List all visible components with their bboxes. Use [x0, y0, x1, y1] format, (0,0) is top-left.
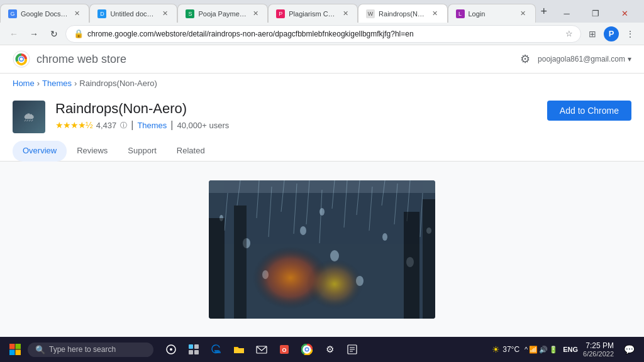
back-button[interactable]: ←: [5, 25, 23, 43]
tab-close-4[interactable]: ✕: [341, 9, 350, 18]
tab-payment-sheet[interactable]: S Pooja Payment Sheet... ✕: [177, 4, 268, 23]
svg-rect-36: [423, 199, 435, 319]
tab-overview[interactable]: Overview: [13, 141, 67, 162]
taskbar-search-icon: 🔍: [35, 345, 45, 354]
add-to-chrome-button[interactable]: Add to Chrome: [547, 101, 631, 121]
taskbar-app-icons: O ⚙: [161, 339, 362, 359]
rating-count: 4,437: [96, 121, 117, 130]
bookmark-icon[interactable]: ☆: [565, 29, 573, 38]
url-text: chrome.google.com/webstore/detail/raindr…: [87, 30, 562, 38]
menu-icon[interactable]: ⋮: [621, 25, 639, 43]
url-bar[interactable]: 🔒 chrome.google.com/webstore/detail/rain…: [65, 25, 581, 43]
forward-button[interactable]: →: [25, 25, 43, 43]
chrome-button[interactable]: [297, 339, 317, 359]
tab-close-6[interactable]: ✕: [519, 9, 528, 18]
tab-favicon-1: G: [8, 9, 17, 18]
tab-reviews[interactable]: Reviews: [67, 141, 118, 162]
category-link[interactable]: Themes: [137, 121, 167, 130]
tab-close-1[interactable]: ✕: [72, 9, 81, 18]
minimize-button[interactable]: ─: [552, 4, 581, 23]
store-header-right: ⚙ poojagola861@gmail.com ▾: [520, 52, 631, 66]
page-content: chrome web store ⚙ poojagola861@gmail.co…: [0, 45, 644, 337]
svg-rect-39: [16, 344, 21, 349]
tab-login[interactable]: L Login ✕: [448, 4, 536, 23]
file-explorer-button[interactable]: [229, 339, 249, 359]
language-indicator[interactable]: ENG: [563, 346, 578, 353]
tab-plagiarism[interactable]: P Plagiarism Checker - ... ✕: [268, 4, 358, 23]
tab-close-3[interactable]: ✕: [251, 9, 260, 18]
meta-separator: |: [131, 119, 133, 131]
extension-name: Raindrops(Non-Aero): [55, 101, 537, 117]
taskview-icon: [165, 344, 177, 355]
new-tab-button[interactable]: +: [536, 5, 553, 18]
widgets-button[interactable]: [184, 339, 204, 359]
dropdown-icon: ▾: [628, 55, 631, 63]
breadcrumb-home[interactable]: Home: [13, 79, 35, 88]
svg-rect-41: [16, 350, 21, 356]
tab-raindrops[interactable]: W Raindrops(Non-Aero)... ✕: [358, 4, 447, 23]
tab-bar: G Google Docs: Online ... ✕ D Untitled d…: [0, 0, 644, 23]
extension-tabs: Overview Reviews Support Related: [0, 141, 644, 162]
window-controls: ─ ❐ ✕: [552, 4, 644, 23]
user-count: 40,000+ users: [177, 121, 230, 130]
chrome-taskbar-icon: [301, 344, 313, 355]
folder-icon: [233, 344, 245, 355]
user-email[interactable]: poojagola861@gmail.com ▾: [538, 55, 631, 63]
time-display: 7:25 PM: [583, 341, 614, 350]
tab-label-6: Login: [469, 10, 515, 18]
taskbar-right: ☀ 37°C ^ 📶 🔊 🔋 ENG 7:25 PM 6/26/2022 💬: [492, 339, 639, 359]
edge-browser-button[interactable]: [206, 339, 226, 359]
office-icon: O: [279, 344, 290, 355]
windows-logo: [9, 343, 21, 356]
breadcrumb-current: Raindrops(Non-Aero): [79, 79, 157, 88]
svg-rect-46: [189, 350, 193, 354]
maximize-button[interactable]: ❐: [581, 4, 610, 23]
tray-expand[interactable]: ^: [525, 346, 528, 353]
tab-close-2[interactable]: ✕: [160, 9, 169, 18]
breadcrumb-sep-2: ›: [74, 79, 77, 88]
svg-rect-48: [234, 348, 244, 353]
tab-related[interactable]: Related: [167, 141, 215, 162]
settings-taskbar-button[interactable]: ⚙: [319, 339, 340, 359]
tab-google-docs[interactable]: G Google Docs: Online ... ✕: [0, 4, 89, 23]
tab-close-5[interactable]: ✕: [431, 9, 440, 18]
svg-rect-40: [9, 350, 15, 356]
network-icon: 📶: [529, 346, 538, 354]
start-button[interactable]: [5, 339, 25, 359]
tab-support[interactable]: Support: [118, 141, 167, 162]
profile-icon-btn[interactable]: P: [602, 25, 620, 43]
chrome-store-icon: [13, 50, 30, 68]
svg-rect-45: [194, 344, 199, 349]
clock[interactable]: 7:25 PM 6/26/2022: [583, 341, 614, 358]
extension-info: Raindrops(Non-Aero) ★★★★½ 4,437 ⓘ | Them…: [55, 101, 537, 131]
svg-rect-33: [209, 218, 225, 319]
weather-widget[interactable]: ☀ 37°C: [492, 344, 519, 354]
extensions-icon[interactable]: ⊞: [584, 25, 601, 43]
url-action-icons: ☆: [565, 29, 573, 38]
settings-icon[interactable]: ⚙: [520, 52, 530, 66]
mail-button[interactable]: [252, 339, 272, 359]
close-button[interactable]: ✕: [610, 4, 639, 23]
tab-label-1: Google Docs: Online ...: [21, 10, 69, 18]
reload-button[interactable]: ↻: [45, 25, 63, 43]
office-button[interactable]: O: [274, 339, 294, 359]
svg-rect-38: [9, 344, 15, 349]
rain-svg: [209, 180, 435, 319]
tab-favicon-2: D: [97, 9, 106, 18]
taskbar-search-placeholder: Type here to search: [49, 345, 116, 354]
edge-icon: [211, 344, 222, 355]
tab-favicon-3: S: [186, 9, 194, 18]
taskbar-search[interactable]: 🔍 Type here to search: [28, 343, 153, 357]
file-manager-button[interactable]: [342, 339, 362, 359]
tab-favicon-4: P: [276, 9, 285, 18]
widgets-icon: [188, 344, 199, 355]
tab-favicon-5: W: [366, 9, 375, 18]
taskbar: 🔍 Type here to search: [0, 337, 644, 362]
breadcrumb-themes[interactable]: Themes: [42, 79, 72, 88]
tab-untitled-doc[interactable]: D Untitled document - ... ✕: [89, 4, 177, 23]
extension-meta: ★★★★½ 4,437 ⓘ | Themes | 40,000+ users: [55, 119, 537, 131]
notification-button[interactable]: 💬: [619, 339, 639, 359]
tab-label-4: Plagiarism Checker - ...: [289, 10, 337, 18]
rating-info-icon[interactable]: ⓘ: [120, 121, 127, 130]
taskview-button[interactable]: [161, 339, 181, 359]
